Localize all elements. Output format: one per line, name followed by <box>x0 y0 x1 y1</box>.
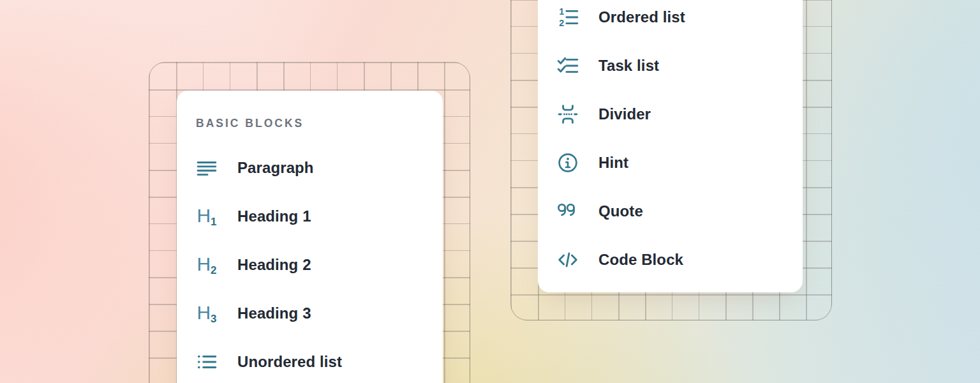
menu-item-label: Heading 2 <box>237 256 311 274</box>
menu-item-unordered-list[interactable]: Unordered list <box>196 351 342 373</box>
paragraph-icon <box>196 157 218 179</box>
blocks-menu-card-continued: 12Ordered listTask listDividerHintQuoteC… <box>538 0 803 292</box>
menu-item-label: Divider <box>598 105 651 123</box>
menu-item-label: Quote <box>598 202 643 220</box>
menu-item-label: Unordered list <box>237 353 342 371</box>
menu-item-heading-2[interactable]: H2Heading 2 <box>196 254 311 276</box>
menu-item-label: Heading 3 <box>237 304 311 322</box>
menu-item-divider[interactable]: Divider <box>557 103 651 125</box>
heading-1-icon: H1 <box>196 206 218 227</box>
unordered-list-icon <box>196 351 218 373</box>
heading-3-icon: H3 <box>196 303 218 324</box>
menu-item-code-block[interactable]: Code Block <box>557 249 683 271</box>
ordered-list-icon: 12 <box>557 6 579 28</box>
menu-item-paragraph[interactable]: Paragraph <box>196 157 314 179</box>
hint-icon <box>557 152 579 174</box>
menu-item-label: Heading 1 <box>237 207 311 225</box>
svg-text:1: 1 <box>559 6 564 17</box>
background-gradient: BASIC BLOCKS ParagraphH1Heading 1H2Headi… <box>0 0 980 383</box>
section-header-basic-blocks: BASIC BLOCKS <box>196 117 304 130</box>
divider-icon <box>557 103 579 125</box>
menu-item-heading-1[interactable]: H1Heading 1 <box>196 206 311 227</box>
menu-item-ordered-list[interactable]: 12Ordered list <box>557 6 685 28</box>
svg-text:2: 2 <box>559 18 564 28</box>
menu-item-quote[interactable]: Quote <box>557 200 643 222</box>
code-block-icon <box>557 249 579 271</box>
menu-item-hint[interactable]: Hint <box>557 152 628 174</box>
heading-2-icon: H2 <box>196 254 218 276</box>
menu-item-task-list[interactable]: Task list <box>557 55 659 77</box>
menu-item-label: Code Block <box>598 251 683 269</box>
menu-item-label: Paragraph <box>237 159 314 177</box>
task-list-icon <box>557 55 579 77</box>
menu-item-label: Task list <box>598 57 659 75</box>
menu-item-label: Hint <box>598 154 628 172</box>
menu-item-label: Ordered list <box>598 8 685 26</box>
basic-blocks-menu-card: BASIC BLOCKS ParagraphH1Heading 1H2Headi… <box>177 91 443 383</box>
quote-icon <box>557 200 579 222</box>
menu-item-heading-3[interactable]: H3Heading 3 <box>196 303 311 324</box>
